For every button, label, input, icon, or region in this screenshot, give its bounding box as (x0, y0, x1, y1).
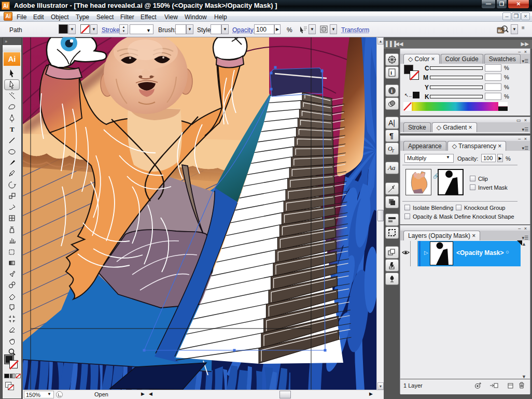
svg-text:Br: Br (498, 29, 502, 33)
svg-text:T: T (10, 125, 15, 133)
svg-text:i: i (391, 88, 393, 94)
svg-text:¶: ¶ (389, 132, 394, 140)
svg-text:Aa: Aa (387, 164, 396, 172)
svg-text:i: i (390, 69, 392, 76)
svg-text:A|: A| (388, 119, 395, 127)
svg-text:T: T (391, 148, 395, 153)
